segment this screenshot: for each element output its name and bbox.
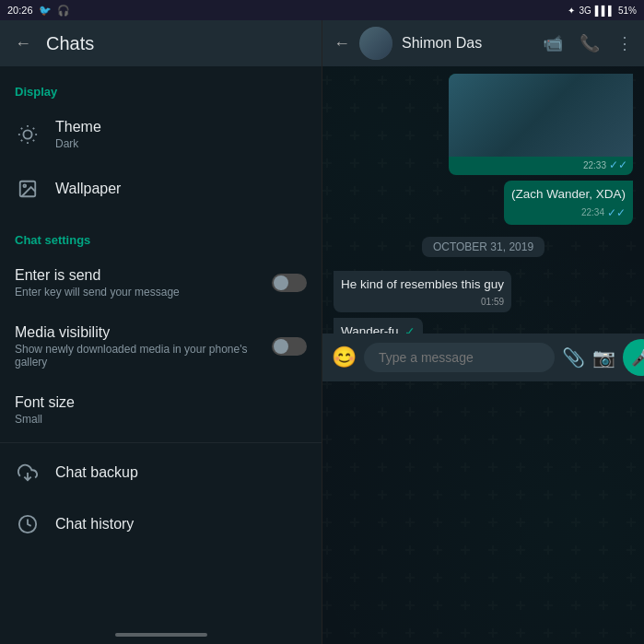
chat-backup-text: Chat backup [55, 464, 138, 481]
right-panel: ← Shimon Das 📹 📞 ⋮ 22:33 ✓✓ [322, 20, 644, 644]
right-header: ← Shimon Das 📹 📞 ⋮ [322, 20, 644, 66]
image-time: 22:33 ✓✓ [449, 157, 633, 175]
media-visibility-sublabel: Show newly downloaded media in your phon… [15, 343, 257, 369]
wallpaper-text: Wallpaper [55, 181, 121, 197]
enter-is-send-sublabel: Enter key will send your message [15, 286, 257, 299]
chat-backup-label: Chat backup [55, 464, 138, 481]
status-right: ✦ 3G ▌▌▌ 51% [568, 6, 637, 16]
left-panel: ← Chats Display [0, 20, 322, 644]
image-placeholder [449, 74, 633, 157]
msg-resembles-time: 01:59 [341, 296, 504, 309]
display-section-label: Display [0, 66, 322, 106]
attach-button[interactable]: 📎 [562, 346, 585, 369]
enter-is-send-setting[interactable]: Enter is send Enter key will send your m… [0, 254, 322, 311]
left-nav-bar [0, 629, 322, 644]
chat-history-setting[interactable]: Chat history [0, 498, 322, 550]
video-call-icon[interactable]: 📹 [543, 33, 563, 53]
svg-point-10 [23, 184, 26, 187]
verified-icon: ✓ [404, 323, 416, 334]
bluetooth-icon: ✦ [568, 6, 575, 16]
enter-is-send-label: Enter is send [15, 267, 257, 284]
theme-setting[interactable]: Theme Dark [0, 106, 322, 163]
back-button[interactable]: ← [15, 34, 31, 53]
enter-is-send-toggle[interactable] [272, 274, 307, 292]
contact-avatar[interactable] [359, 27, 392, 60]
font-size-value: Small [15, 413, 75, 426]
media-visibility-label: Media visibility [15, 324, 257, 341]
zach-message: (Zach Wander, XDA) 22:34 ✓✓ [504, 181, 633, 225]
theme-icon [15, 122, 41, 147]
zach-message-container: (Zach Wander, XDA) 22:34 ✓✓ [334, 181, 633, 227]
enter-is-send-text: Enter is send Enter key will send your m… [15, 267, 257, 299]
svg-line-4 [33, 140, 34, 141]
messages-area[interactable]: 22:33 ✓✓ (Zach Wander, XDA) 22:34 ✓✓ OCT… [322, 66, 644, 334]
twitter-icon: 🐦 [39, 5, 52, 17]
wallpaper-icon [15, 176, 41, 202]
time-left: 20:26 [7, 5, 33, 16]
more-options-icon[interactable]: ⋮ [616, 33, 633, 53]
theme-label: Theme [55, 119, 101, 135]
media-visibility-setting[interactable]: Media visibility Show newly downloaded m… [0, 311, 322, 381]
headphones-icon: 🎧 [57, 5, 70, 17]
image-message-container: 22:33 ✓✓ [334, 74, 633, 177]
page-title: Chats [46, 33, 94, 54]
network-icon: 3G [579, 6, 591, 16]
chat-settings-label: Chat settings [0, 215, 322, 254]
chat-history-text: Chat history [55, 516, 134, 533]
image-message: 22:33 ✓✓ [449, 74, 633, 175]
main-split: ← Chats Display [0, 20, 644, 644]
left-header: ← Chats [0, 20, 322, 66]
chat-history-icon [15, 511, 41, 537]
battery-icon: 51% [618, 6, 637, 16]
chat-backup-setting[interactable]: Chat backup [0, 447, 322, 498]
svg-line-8 [33, 128, 34, 129]
zach-time: 22:34 ✓✓ [511, 205, 626, 221]
wander-content: Wander-fu ✓ [341, 323, 416, 334]
check-icon-1: ✓✓ [609, 158, 627, 171]
chat-back-button[interactable]: ← [334, 34, 350, 53]
media-visibility-text: Media visibility Show newly downloaded m… [15, 324, 257, 369]
msg-resembles: He kind of resembles this guy 01:59 [334, 271, 511, 312]
check-icon-2: ✓✓ [607, 205, 626, 221]
media-visibility-toggle[interactable] [272, 337, 307, 356]
camera-button[interactable]: 📷 [592, 346, 615, 369]
theme-text: Theme Dark [55, 119, 101, 150]
input-bar: 😊 📎 📷 🎤 [322, 334, 644, 381]
contact-name[interactable]: Shimon Das [402, 35, 533, 52]
svg-point-0 [23, 130, 31, 138]
mic-button[interactable]: 🎤 [623, 339, 644, 376]
svg-line-3 [21, 128, 22, 129]
theme-value: Dark [55, 137, 101, 150]
chat-backup-icon [15, 460, 41, 486]
signal-icon: ▌▌▌ [595, 6, 615, 16]
date-divider-october: OCTOBER 31, 2019 [334, 238, 633, 254]
left-content: Display Theme [0, 66, 322, 629]
phone-call-icon[interactable]: 📞 [580, 33, 600, 53]
font-size-setting[interactable]: Font size Small [0, 381, 322, 439]
header-action-icons: 📹 📞 ⋮ [543, 33, 633, 53]
avatar-image [359, 27, 392, 60]
status-left: 20:26 🐦 🎧 [7, 5, 70, 17]
message-input[interactable] [364, 343, 555, 372]
nav-indicator-left [115, 633, 207, 637]
emoji-button[interactable]: 😊 [332, 345, 357, 369]
chat-history-label: Chat history [55, 516, 134, 533]
svg-line-7 [21, 140, 22, 141]
divider-1 [0, 442, 322, 443]
font-size-text: Font size Small [15, 394, 75, 426]
msg-wander: Wander-fu ✓ 01:59 [334, 318, 423, 334]
wallpaper-label: Wallpaper [55, 181, 121, 197]
status-bar: 20:26 🐦 🎧 ✦ 3G ▌▌▌ 51% [0, 0, 644, 20]
wallpaper-setting[interactable]: Wallpaper [0, 163, 322, 215]
font-size-label: Font size [15, 394, 75, 411]
